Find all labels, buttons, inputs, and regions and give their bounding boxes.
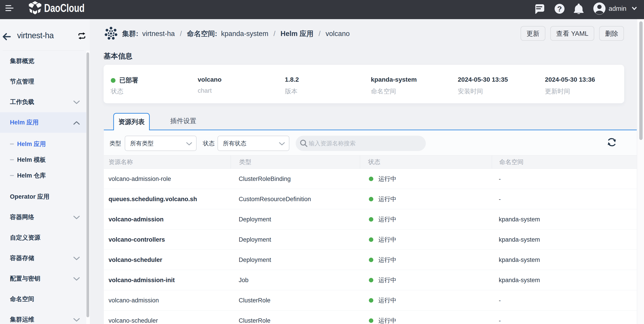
svg-text:?: ?	[557, 4, 562, 13]
